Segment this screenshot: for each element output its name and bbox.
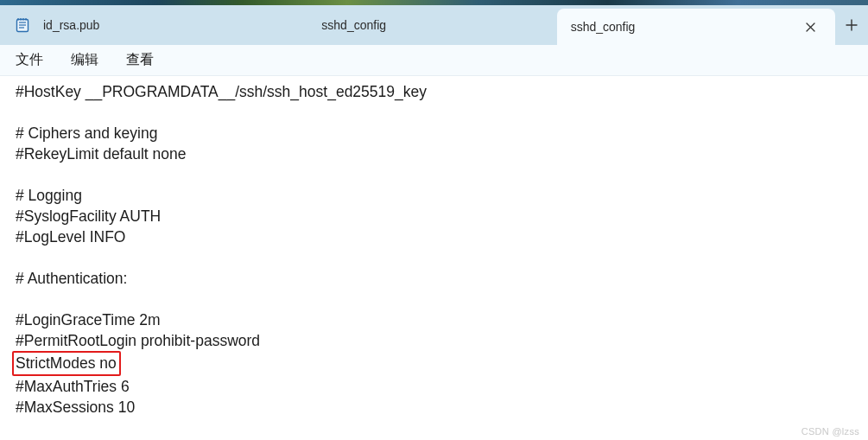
tab-id-rsa-pub[interactable]: id_rsa.pub <box>0 5 278 45</box>
editor-content[interactable]: #HostKey __PROGRAMDATA__/ssh/ssh_host_ed… <box>0 76 868 440</box>
editor-line: # Authentication: <box>16 268 852 289</box>
editor-line: #MaxAuthTries 6 <box>16 376 852 397</box>
editor-line: StrictModes no <box>16 351 852 376</box>
new-tab-button[interactable] <box>835 5 868 45</box>
editor-line <box>16 102 852 123</box>
highlighted-text: StrictModes no <box>12 351 121 376</box>
editor-line: #PermitRootLogin prohibit-password <box>16 330 852 351</box>
plus-icon <box>846 19 858 31</box>
watermark: CSDN @lzss <box>801 426 859 437</box>
tab-bar: id_rsa.pub sshd_config sshd_config <box>0 5 868 45</box>
editor-line: #MaxSessions 10 <box>16 397 852 418</box>
menu-edit[interactable]: 编辑 <box>69 48 100 73</box>
tab-icon-empty <box>292 16 309 34</box>
editor-line: #SyslogFacility AUTH <box>16 206 852 226</box>
editor-line <box>16 247 852 268</box>
editor-line: # Ciphers and keying <box>16 123 852 143</box>
menu-view[interactable]: 查看 <box>124 48 155 73</box>
editor-line <box>16 289 852 309</box>
notepad-icon <box>14 16 31 34</box>
editor-line: #LoginGraceTime 2m <box>16 309 852 330</box>
tab-sshd-config-2-active[interactable]: sshd_config <box>557 9 835 45</box>
editor-line: #HostKey __PROGRAMDATA__/ssh/ssh_host_ed… <box>16 81 852 102</box>
tab-label: sshd_config <box>571 20 636 34</box>
tab-label: id_rsa.pub <box>43 18 99 32</box>
editor-line: # Logging <box>16 185 852 206</box>
editor-line <box>16 164 852 185</box>
close-icon[interactable] <box>801 17 820 36</box>
menu-bar: 文件 编辑 查看 <box>0 45 868 76</box>
editor-line: #RekeyLimit default none <box>16 143 852 164</box>
tab-sshd-config-1[interactable]: sshd_config <box>278 5 556 45</box>
editor-line: #LogLevel INFO <box>16 226 852 247</box>
tab-label: sshd_config <box>321 18 386 32</box>
menu-file[interactable]: 文件 <box>14 48 45 73</box>
